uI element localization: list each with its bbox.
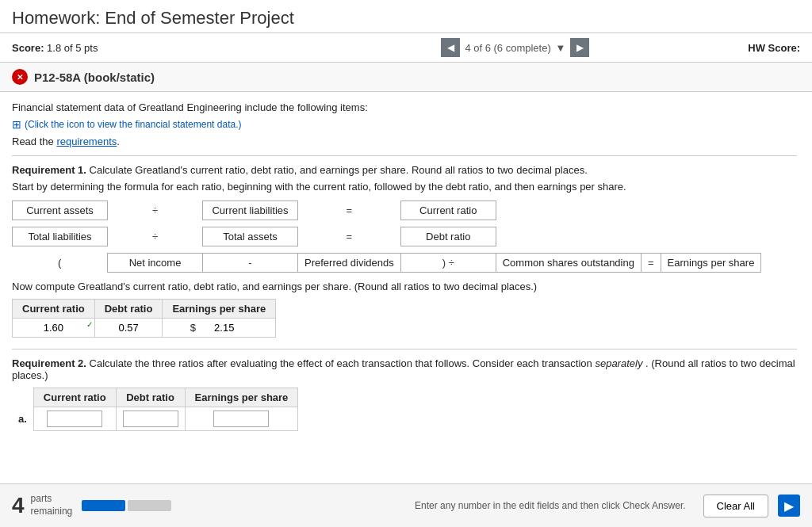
- hw-score-label: HW Score:: [748, 42, 800, 54]
- req2-title: Requirement 2. Calculate the three ratio…: [12, 357, 797, 381]
- formula-table: Current assets ÷ Current liabilities = C…: [12, 200, 761, 273]
- score-bar: Score: 1.8 of 5 pts ◀ 4 of 6 (6 complete…: [0, 33, 812, 63]
- financial-data-link[interactable]: ⊞ (Click the icon to view the financial …: [12, 118, 241, 131]
- formula-eps-result: Earnings per share: [661, 254, 761, 273]
- divider-1: [12, 155, 797, 156]
- eps-input[interactable]: [201, 322, 248, 334]
- prev-arrow-icon: ◀: [447, 42, 454, 53]
- score-label: Score:: [12, 42, 44, 54]
- main-content: Financial statement data of Greatland En…: [0, 92, 809, 441]
- req2-table: Current ratio Debt ratio Earnings per sh…: [12, 388, 298, 431]
- dollar-sign: $: [190, 322, 196, 334]
- paren-close-div: ) ÷: [400, 254, 496, 273]
- page-header: Homework: End of Semester Project: [0, 0, 812, 33]
- req2-current-ratio-cell: [33, 407, 116, 431]
- formula-net-income: Net income: [108, 254, 203, 273]
- results-data-row: ✓ $: [13, 319, 276, 338]
- req2-header-eps: Earnings per share: [185, 388, 298, 407]
- formula-row-eps: ( Net income - Preferred dividends ) ÷ C…: [13, 254, 761, 273]
- operator-eq-1: =: [298, 201, 401, 220]
- req2-debt-ratio-cell: [116, 407, 185, 431]
- problem-description: Financial statement data of Greatland En…: [12, 101, 797, 113]
- req2-eps-input[interactable]: [213, 411, 269, 427]
- operator-minus: -: [203, 254, 298, 273]
- formula-debt-ratio-result: Debt ratio: [400, 227, 496, 246]
- nav-controls: ◀ 4 of 6 (6 complete) ▼ ▶: [441, 38, 589, 57]
- result-current-ratio-cell: ✓: [13, 319, 95, 338]
- formula-total-liabilities: Total liabilities: [13, 227, 108, 246]
- next-arrow-icon: ▶: [576, 42, 584, 53]
- next-button[interactable]: ▶: [570, 38, 589, 57]
- requirements-link[interactable]: requirements: [56, 136, 117, 147]
- req2-debt-ratio-input[interactable]: [123, 411, 178, 427]
- formula-row-spacer2: [13, 246, 761, 254]
- req2-current-ratio-input[interactable]: [47, 411, 102, 427]
- formula-row-current-ratio: Current assets ÷ Current liabilities = C…: [13, 201, 761, 220]
- req1-title: Requirement 1. Calculate Greatland's cur…: [12, 164, 797, 176]
- grid-icon: ⊞: [12, 118, 21, 131]
- results-header-current-ratio: Current ratio: [13, 300, 95, 319]
- formula-current-ratio-result: Current ratio: [400, 201, 496, 220]
- read-requirements: Read the requirements.: [12, 136, 797, 147]
- req2-row-a: a.: [12, 407, 298, 431]
- debt-ratio-input[interactable]: [105, 322, 152, 334]
- results-header-row: Current ratio Debt ratio Earnings per sh…: [13, 300, 276, 319]
- problem-header: ✕ P12-58A (book/static): [0, 63, 812, 92]
- operator-eq-2: =: [298, 227, 401, 246]
- paren-open: (: [13, 254, 108, 273]
- formula-total-assets: Total assets: [203, 227, 298, 246]
- nav-text: 4 of 6 (6 complete): [465, 42, 550, 54]
- score-value: 1.8 of 5 pts: [47, 42, 98, 54]
- current-ratio-input[interactable]: [29, 322, 77, 334]
- formula-row-spacer: [13, 220, 761, 227]
- current-ratio-check: ✓: [86, 320, 93, 329]
- results-table: Current ratio Debt ratio Earnings per sh…: [12, 299, 276, 338]
- req2-header-debt-ratio: Debt ratio: [116, 388, 185, 407]
- req2-header-row: Current ratio Debt ratio Earnings per sh…: [12, 388, 298, 407]
- dropdown-arrow-icon: ▼: [555, 42, 565, 54]
- results-header-eps: Earnings per share: [163, 300, 276, 319]
- formula-current-assets: Current assets: [13, 201, 108, 220]
- problem-title: P12-58A (book/static): [34, 71, 155, 84]
- req2-header-current-ratio: Current ratio: [33, 388, 116, 407]
- result-eps-cell: $: [163, 319, 276, 338]
- formula-current-liabilities: Current liabilities: [203, 201, 298, 220]
- result-debt-ratio-cell: [94, 319, 163, 338]
- icon-link-text: (Click the icon to view the financial st…: [25, 119, 241, 130]
- formula-preferred-dividends: Preferred dividends: [298, 254, 401, 273]
- compute-label: Now compute Greatland's current ratio, d…: [12, 281, 797, 292]
- operator-eq-3: =: [641, 254, 661, 273]
- nav-label: 4 of 6 (6 complete) ▼: [465, 42, 565, 54]
- prev-button[interactable]: ◀: [441, 38, 460, 57]
- results-header-debt-ratio: Debt ratio: [94, 300, 163, 319]
- divider-2: [12, 349, 797, 349]
- req2-eps-cell: [185, 407, 298, 431]
- formula-common-shares: Common shares outstanding: [496, 254, 641, 273]
- req1-text: Calculate Greatland's current ratio, deb…: [90, 164, 588, 176]
- operator-div-2: ÷: [108, 227, 203, 246]
- operator-div-1: ÷: [108, 201, 203, 220]
- formula-row-debt-ratio: Total liabilities ÷ Total assets = Debt …: [13, 227, 761, 246]
- page-title: Homework: End of Semester Project: [12, 8, 800, 29]
- req2-row-label-a: a.: [12, 407, 33, 431]
- x-icon: ✕: [12, 69, 28, 85]
- req1-formula-intro: Start by determining the formula for eac…: [12, 181, 797, 193]
